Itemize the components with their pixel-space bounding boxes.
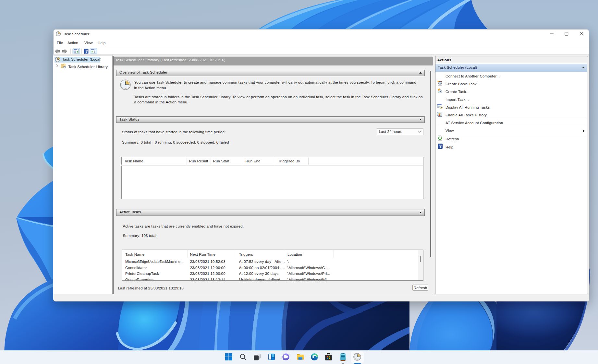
svg-text:?: ? [439,144,441,148]
svg-text:?: ? [85,49,88,54]
